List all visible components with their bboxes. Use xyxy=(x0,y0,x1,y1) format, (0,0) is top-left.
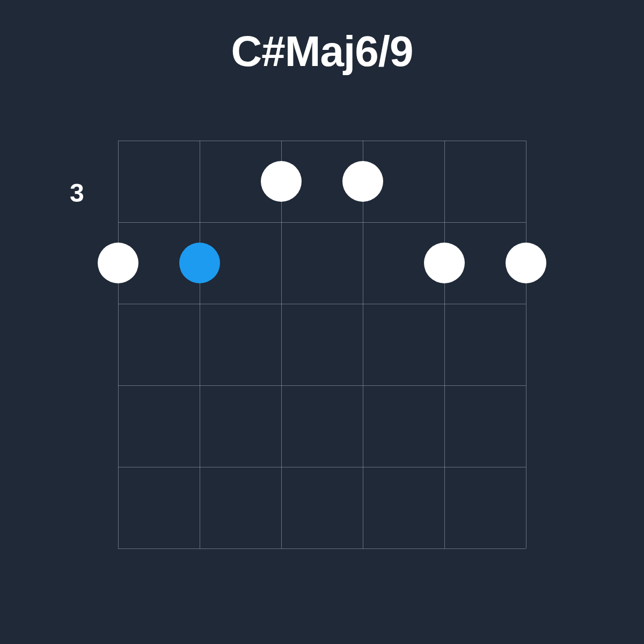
chord-name: C#Maj6/9 xyxy=(231,27,413,76)
note-dot xyxy=(342,161,383,202)
fret-line xyxy=(118,141,526,141)
note-dot xyxy=(424,243,465,283)
fret-line xyxy=(118,467,526,467)
starting-fret-label: 3 xyxy=(70,178,84,208)
note-dot xyxy=(261,161,302,202)
string-line xyxy=(363,141,363,548)
string-line xyxy=(444,141,445,548)
string-line xyxy=(526,141,526,548)
chord-diagram-container: C#Maj6/9 3 xyxy=(0,0,644,644)
fret-line xyxy=(118,222,526,223)
string-line xyxy=(281,141,282,548)
note-dot xyxy=(98,243,138,283)
fret-line xyxy=(118,548,526,549)
root-note-dot xyxy=(179,243,220,283)
string-line xyxy=(200,141,200,548)
string-line xyxy=(118,141,119,548)
fret-line xyxy=(118,304,526,304)
note-dot xyxy=(506,243,546,283)
fretboard-grid xyxy=(118,141,526,548)
diagram-wrapper: 3 xyxy=(118,141,526,548)
fret-line xyxy=(118,385,526,386)
